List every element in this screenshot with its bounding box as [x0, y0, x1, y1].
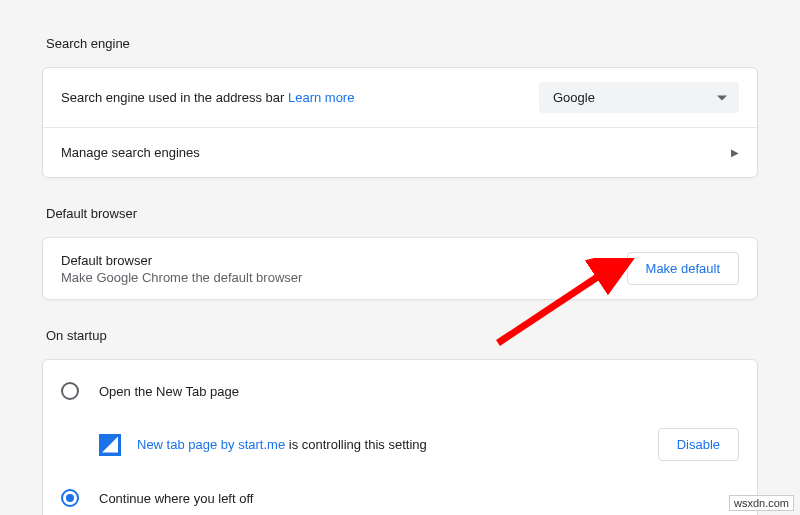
learn-more-link[interactable]: Learn more [288, 90, 354, 105]
chevron-right-icon: ▶ [731, 147, 739, 158]
manage-search-engines-row[interactable]: Manage search engines ▶ [43, 127, 757, 177]
startme-extension-icon [99, 434, 121, 456]
default-browser-section-title: Default browser [46, 206, 758, 221]
default-browser-label: Default browser [61, 253, 152, 268]
on-startup-section-title: On startup [46, 328, 758, 343]
radio-continue[interactable] [61, 489, 79, 507]
startup-option-new-tab[interactable]: Open the New Tab page [43, 366, 757, 416]
search-engine-used-text: Search engine used in the address bar [61, 90, 284, 105]
default-browser-row: Default browser Make Google Chrome the d… [43, 238, 757, 299]
default-browser-card: Default browser Make Google Chrome the d… [42, 237, 758, 300]
startup-extension-text: New tab page by start.me is controlling … [137, 437, 658, 452]
watermark: wsxdn.com [729, 495, 794, 511]
startup-extension-row: New tab page by start.me is controlling … [43, 416, 757, 473]
extension-name-link[interactable]: New tab page by start.me [137, 437, 285, 452]
on-startup-card: Open the New Tab page New tab page by st… [42, 359, 758, 515]
extension-suffix-text: is controlling this setting [285, 437, 427, 452]
search-engine-selected: Google [553, 90, 595, 105]
make-default-button[interactable]: Make default [627, 252, 739, 285]
search-engine-card: Search engine used in the address bar Le… [42, 67, 758, 178]
manage-search-engines-label: Manage search engines [61, 145, 731, 160]
startup-option-label: Continue where you left off [99, 491, 253, 506]
startup-option-continue[interactable]: Continue where you left off [43, 473, 757, 515]
search-engine-section-title: Search engine [46, 36, 758, 51]
default-browser-label-group: Default browser Make Google Chrome the d… [61, 253, 627, 285]
startup-option-label: Open the New Tab page [99, 384, 239, 399]
search-engine-select[interactable]: Google [539, 82, 739, 113]
disable-extension-button[interactable]: Disable [658, 428, 739, 461]
radio-new-tab[interactable] [61, 382, 79, 400]
default-browser-sub: Make Google Chrome the default browser [61, 270, 627, 285]
search-engine-row: Search engine used in the address bar Le… [43, 68, 757, 127]
search-engine-label: Search engine used in the address bar Le… [61, 90, 539, 105]
chevron-down-icon [717, 95, 727, 100]
